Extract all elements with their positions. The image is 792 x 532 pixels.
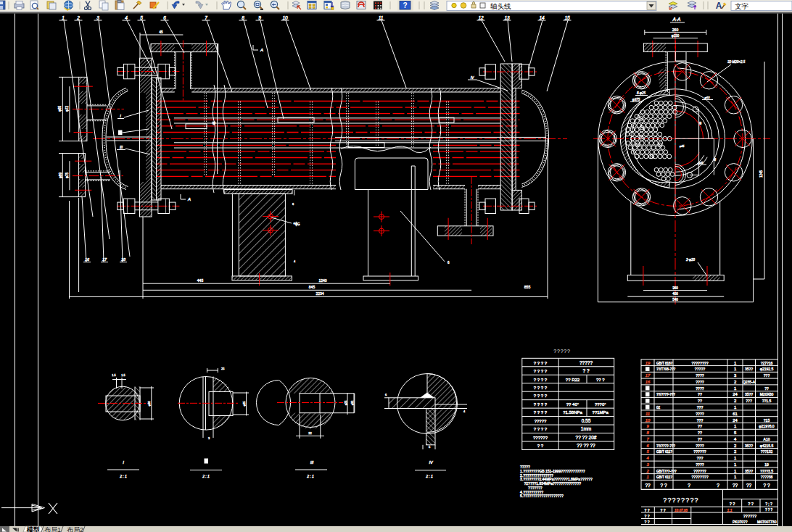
svg-text:2 : 1: 2 : 1 [425, 474, 433, 478]
svg-text:540: 540 [672, 298, 678, 302]
svg-text:?????: ????? [535, 419, 547, 423]
svg-text:02: 02 [656, 406, 661, 410]
svg-text:15: 15 [564, 15, 570, 20]
svg-text:????: ???? [696, 373, 704, 378]
svg-text:5.????????????????????: 5.???????????????????? [520, 494, 564, 498]
svg-text:????: ???? [696, 444, 704, 448]
svg-text:10: 10 [645, 418, 651, 423]
svg-text:2: 2 [734, 449, 736, 454]
svg-text:13: 13 [504, 15, 510, 20]
svg-text:??: ?? [733, 483, 738, 488]
svg-text:? ? ? ?: ? ? ? ? [534, 394, 548, 398]
svg-text:文字: 文字 [735, 2, 749, 10]
svg-text:400: 400 [672, 292, 678, 296]
svg-text:??: ?? [698, 399, 702, 403]
svg-text:22: 22 [308, 431, 312, 435]
svg-text:IV: IV [471, 75, 474, 80]
svg-text:??: ?? [698, 437, 702, 441]
svg-text:????: ???? [696, 462, 704, 467]
svg-text:???0°: ???0° [595, 402, 606, 407]
svg-text:1240: 1240 [318, 278, 326, 283]
svg-text:24: 24 [733, 418, 738, 423]
svg-text:? ?: ? ? [763, 483, 770, 488]
svg-text:???: ??? [697, 456, 704, 460]
svg-text:2 : 1: 2 : 1 [306, 474, 314, 478]
svg-text:2: 2 [734, 380, 736, 384]
svg-text:?: ? [403, 1, 407, 9]
svg-text:GB/T???-???: GB/T???-??? [656, 470, 677, 473]
svg-text:? ? ? ?: ? ? ? ? [534, 427, 548, 431]
svg-text:2 : 1: 2 : 1 [202, 474, 210, 478]
svg-text:17: 17 [102, 257, 107, 262]
svg-text:?????: ????? [553, 349, 570, 354]
svg-text:? ?: ? ? [645, 520, 650, 524]
svg-text:845: 845 [309, 285, 315, 289]
svg-text:2-φ20: 2-φ20 [685, 258, 695, 262]
svg-text:? ?: ? ? [730, 502, 735, 506]
svg-text:? ?: ? ? [582, 368, 589, 373]
svg-text:φ89: φ89 [59, 173, 62, 178]
svg-text:φ25: φ25 [242, 401, 246, 407]
svg-text:?????: ????? [695, 367, 706, 371]
svg-text:??????: ?????? [693, 469, 706, 473]
svg-text:2: 2 [734, 444, 736, 448]
svg-text:φ4215.5: φ4215.5 [760, 444, 774, 448]
svg-text:? ?: ? ? [645, 514, 650, 518]
svg-text:??: ?? [645, 483, 651, 488]
svg-text:8: 8 [242, 15, 244, 20]
svg-text:2: 2 [734, 399, 736, 403]
svg-text:? ? ? ?: ? ? ? ? [534, 378, 548, 382]
svg-text:?? R22: ?? R22 [566, 378, 580, 382]
svg-text:??????: ?????? [533, 436, 548, 440]
svg-text:φ60: φ60 [704, 96, 710, 99]
svg-text:? ? ? ?: ? ? ? ? [534, 361, 548, 365]
svg-text:???: ??? [697, 418, 704, 423]
svg-text:8-φ25: 8-φ25 [637, 91, 645, 95]
svg-text:??????: ?????? [743, 514, 756, 518]
svg-text:M20X80: M20X80 [760, 392, 774, 396]
svg-text:?1.58NPa: ?1.58NPa [563, 410, 582, 415]
svg-text:??/T?08-???: ??/T?08-??? [656, 367, 675, 371]
svg-text:2234: 2234 [315, 291, 323, 296]
svg-text:61: 61 [733, 412, 737, 416]
svg-text:10.07.08: 10.07.08 [675, 509, 688, 512]
svg-text:? ?: ? ? [660, 483, 667, 488]
svg-text:模型: 模型 [26, 526, 40, 532]
svg-text:1: 1 [734, 462, 736, 467]
svg-text:17: 17 [645, 373, 651, 378]
svg-text:布局2: 布局2 [67, 526, 83, 532]
svg-text:1: 1 [62, 15, 65, 20]
svg-text:φ219?8.0: φ219?8.0 [759, 424, 775, 428]
svg-text:??: ?? [698, 431, 702, 435]
svg-text:4: 4 [125, 15, 128, 20]
svg-text:5: 5 [734, 431, 736, 435]
svg-text:1.5: 1.5 [112, 374, 115, 377]
svg-text:Q235-A: Q235-A [743, 380, 756, 384]
svg-text:???: ??? [764, 373, 770, 378]
svg-text:? ?: ? ? [645, 508, 650, 512]
svg-text:260: 260 [672, 28, 679, 32]
svg-text:7: 7 [205, 15, 207, 20]
svg-text:? ?: ? ? [661, 508, 666, 512]
svg-text:A: A [260, 48, 263, 52]
svg-text:1: 1 [734, 475, 736, 479]
svg-text:18: 18 [121, 257, 126, 262]
svg-text:?? 40°: ?? 40° [566, 402, 579, 407]
svg-text:???: ??? [746, 399, 752, 403]
svg-text:11: 11 [379, 15, 384, 20]
svg-text:?15: ?15 [764, 418, 770, 423]
svg-text:855: 855 [524, 285, 531, 289]
svg-text:??/????-???: ??/????-??? [656, 393, 675, 396]
svg-text:GB/T 611?: GB/T 611? [656, 450, 672, 454]
svg-text:445: 445 [197, 278, 204, 283]
svg-text:????????: ???????? [663, 496, 699, 504]
svg-text:1: 1 [734, 456, 736, 460]
svg-text:φ32: φ32 [351, 401, 354, 406]
svg-text:????????: ???????? [691, 361, 708, 365]
svg-text:? ?: ? ? [537, 444, 544, 448]
svg-text:布局1: 布局1 [44, 526, 61, 532]
svg-text:??/????-???: ??/????-??? [656, 444, 675, 448]
svg-text:?? ?? 20#: ?? ?? 20# [576, 435, 597, 440]
svg-text:2 : 1: 2 : 1 [119, 474, 127, 478]
svg-text:??1.5: ??1.5 [762, 399, 772, 403]
